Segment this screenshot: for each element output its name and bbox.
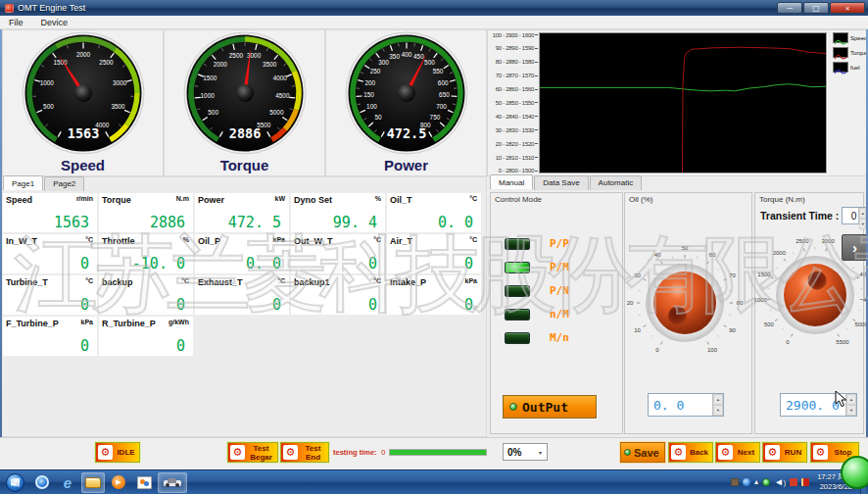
test-end-button[interactable]: ⚙ Test End — [280, 442, 329, 463]
tray-expand-icon[interactable]: ▴ — [754, 478, 758, 486]
tray-green-status-icon[interactable] — [762, 478, 770, 486]
taskbar-browser1-icon[interactable] — [30, 472, 54, 493]
save-button[interactable]: Save — [620, 442, 665, 463]
test-end-label: Test End — [298, 444, 328, 462]
torque-spin-down-icon[interactable]: ▼ — [846, 405, 856, 416]
axis-label: 0 - 2800 - 1500 — [499, 168, 534, 173]
cell-oil_p: Oil_PkPa0. 0 — [195, 234, 289, 273]
cell-unit: °C — [469, 195, 477, 202]
power-gauge: 5010015020025030035040045050055060065070… — [345, 31, 468, 155]
taskbar-browser2-icon[interactable]: e — [56, 472, 79, 493]
mode-led-icon[interactable] — [505, 332, 530, 344]
mode-led-icon[interactable] — [505, 262, 530, 273]
taskbar-app-engine-test[interactable] — [158, 472, 187, 493]
svg-text:10: 10 — [634, 327, 641, 333]
back-button[interactable]: ⚙ Back — [668, 442, 713, 463]
svg-text:2500: 2500 — [796, 238, 809, 244]
oil-value-spinbox[interactable]: 0. 0 ▲▼ — [648, 393, 724, 417]
save-led-icon — [624, 449, 631, 456]
maximize-button[interactable]: ▢ — [803, 2, 829, 14]
taskbar-explorer-icon[interactable] — [81, 472, 105, 493]
tray-briefcase-icon[interactable] — [731, 478, 739, 486]
legend-speed-swatch — [833, 32, 848, 43]
oil-spinner[interactable]: ▲▼ — [712, 394, 723, 416]
mode-led-icon[interactable] — [505, 238, 530, 250]
tab-page1[interactable]: Page1 — [3, 175, 43, 190]
mode-label: n/M — [550, 308, 569, 321]
svg-text:200: 200 — [364, 79, 375, 86]
car-icon — [164, 478, 181, 487]
menu-bar: File Device — [0, 16, 868, 29]
testing-progress-bar — [389, 449, 487, 456]
close-button[interactable]: × — [830, 2, 865, 14]
transient-time-spinbox[interactable]: 0 ▲▼ — [842, 207, 867, 224]
output-button-label: OutPut — [522, 400, 568, 415]
tab-manual[interactable]: Manual — [490, 174, 533, 189]
tray-browser-icon[interactable] — [743, 478, 750, 486]
axis-label-row: 90 - 2890 - 1590 — [488, 45, 538, 52]
svg-text:1000: 1000 — [754, 297, 768, 303]
axis-label-row: 50 - 2850 - 1550 — [488, 99, 538, 106]
svg-text:500: 500 — [43, 103, 54, 110]
svg-text:90: 90 — [729, 327, 736, 333]
svg-text:750: 750 — [429, 114, 440, 121]
axis-tick — [535, 143, 538, 144]
tab-data-save[interactable]: Data Save — [534, 175, 588, 190]
gear-icon: ⚙ — [98, 445, 113, 460]
taskbar-photos-icon[interactable] — [132, 472, 156, 493]
mode-led-icon[interactable] — [505, 285, 530, 297]
svg-text:50: 50 — [682, 245, 689, 251]
cell-out_w_t: Out_W_T°C0 — [291, 234, 385, 273]
svg-text:2886: 2886 — [228, 125, 261, 141]
cell-unit: °C — [85, 236, 93, 243]
tab-automatic[interactable]: Automatic — [590, 175, 643, 190]
percent-combobox[interactable]: 0% ▾ — [503, 443, 548, 461]
oil-spin-down-icon[interactable]: ▼ — [713, 405, 723, 416]
next-button[interactable]: ⚙ Next — [715, 442, 760, 463]
svg-text:80: 80 — [737, 300, 744, 306]
cell-value: 0. 0 — [438, 214, 473, 231]
torque-value-spinbox[interactable]: 2900. 0 ▲▼ — [780, 393, 857, 417]
tray-red1-icon[interactable] — [790, 478, 797, 486]
minimize-button[interactable]: ─ — [777, 2, 802, 14]
cell-throttle: Throttle%-10. 0 — [99, 234, 193, 273]
menu-device[interactable]: Device — [41, 18, 69, 27]
ie-icon: e — [64, 474, 72, 491]
cell-label: F_Turbine_P — [6, 319, 59, 328]
mode-led-icon[interactable] — [505, 309, 530, 321]
torque-spinner[interactable]: ▲▼ — [845, 394, 856, 416]
cell-value: 0 — [368, 255, 377, 272]
cell-value: 0 — [272, 296, 281, 314]
legend-item: Torque — [833, 47, 867, 58]
gear-icon: ⚙ — [283, 445, 298, 460]
legend-label: Speed — [850, 35, 867, 41]
taskbar-media-icon[interactable]: ▶ — [107, 472, 130, 493]
cell-value: 0 — [80, 296, 89, 314]
volume-icon[interactable]: ◄) — [774, 477, 786, 487]
cell-unit: % — [183, 236, 189, 243]
save-button-label: Save — [634, 447, 659, 459]
menu-file[interactable]: File — [9, 18, 24, 27]
back-button-label: Back — [686, 448, 712, 457]
next-button-label: Next — [733, 448, 759, 457]
floating-green-badge[interactable] — [841, 456, 868, 489]
torque-gauge-label: Torque — [165, 157, 324, 173]
tray-flag-icon[interactable] — [801, 478, 809, 486]
svg-text:40: 40 — [654, 252, 661, 258]
output-button[interactable]: OutPut — [503, 395, 597, 419]
transient-time-label: Transient Time : — [760, 210, 839, 222]
idle-button[interactable]: ⚙ IDLE — [95, 442, 140, 463]
test-begin-button[interactable]: ⚙ Test Begar — [227, 442, 278, 463]
run-button[interactable]: ⚙ RUN — [762, 442, 807, 463]
start-button[interactable] — [6, 473, 24, 492]
tab-page2[interactable]: Page2 — [44, 176, 84, 191]
empty-cell — [291, 317, 385, 356]
axis-label: 50 - 2850 - 1550 — [496, 100, 534, 106]
svg-text:700: 700 — [436, 103, 447, 110]
axis-tick — [535, 34, 538, 35]
oil-knob[interactable]: 0102030405060708090100 — [624, 242, 746, 364]
oil-spin-up-icon[interactable]: ▲ — [713, 394, 723, 405]
torque-spin-up-icon[interactable]: ▲ — [846, 394, 856, 405]
svg-text:100: 100 — [366, 103, 377, 110]
panel-next-arrow-button[interactable]: › — [842, 234, 868, 261]
